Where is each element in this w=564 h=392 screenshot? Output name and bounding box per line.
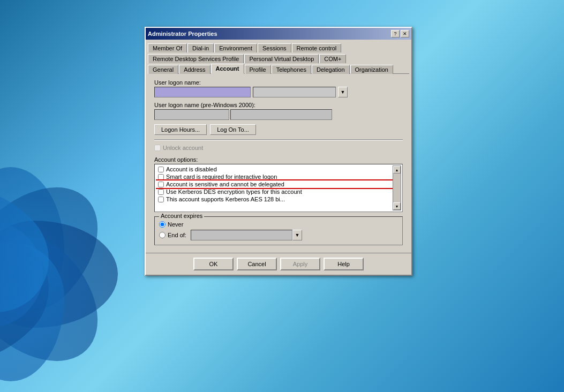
divider-1 [154, 139, 403, 140]
tab-environment[interactable]: Environment [214, 43, 257, 52]
options-scrollbar: ▲ ▼ [393, 165, 401, 210]
tab-remote-control[interactable]: Remote control [292, 43, 342, 52]
option-smartcard-label: Smart card is required for interactive l… [166, 174, 277, 180]
scroll-up-btn[interactable]: ▲ [393, 166, 401, 174]
bottom-button-bar: OK Cancel Apply Help [146, 253, 411, 275]
option-kerberos-des-row: Use Kerberos DES encryption types for th… [156, 188, 393, 195]
title-bar-controls: ? ✕ [391, 30, 409, 37]
account-expires-label: Account expires [159, 213, 204, 219]
title-bar: Administrator Properties ? ✕ [146, 28, 411, 40]
dialog-title: Administrator Properties [148, 31, 217, 37]
end-of-date-input[interactable] [191, 230, 292, 240]
tab-content-account: User logon name: ▼ User logon name (pre-… [148, 73, 409, 251]
tab-address[interactable]: Address [179, 65, 210, 74]
account-options-label: Account options: [154, 156, 403, 163]
tab-row-1: Member Of Dial-in Environment Sessions R… [148, 42, 409, 52]
never-radio[interactable] [159, 221, 166, 228]
user-logon-input[interactable] [154, 87, 251, 97]
account-options-group: Account options: Account is disabled Sma… [154, 156, 403, 212]
tab-general[interactable]: General [148, 65, 178, 74]
option-sensitive-row: Account is sensitive and cannot be deleg… [156, 180, 393, 188]
unlock-account-label: Unlock account [163, 145, 203, 151]
logon-suffix-dropdown-btn[interactable]: ▼ [338, 87, 348, 97]
ok-button[interactable]: OK [193, 258, 234, 270]
end-of-label: End of: [168, 232, 186, 238]
tab-com[interactable]: COM+ [319, 54, 346, 63]
tab-dial-in[interactable]: Dial-in [187, 43, 214, 52]
option-sensitive-label: Account is sensitive and cannot be deleg… [166, 181, 284, 187]
unlock-account-row: Unlock account [154, 145, 403, 151]
scroll-down-btn[interactable]: ▼ [393, 202, 401, 210]
option-smartcard-row: Smart card is required for interactive l… [156, 173, 393, 180]
account-expires-group: Account expires Never End of: ▼ [154, 216, 403, 245]
logon-suffix-select[interactable] [253, 87, 336, 97]
tab-row-3: General Address Account Profile Telephon… [148, 63, 409, 73]
tab-profile[interactable]: Profile [245, 65, 271, 74]
user-logon-label: User logon name: [154, 79, 403, 86]
tab-personal-virtual[interactable]: Personal Virtual Desktop [244, 54, 319, 63]
tab-telephones[interactable]: Telephones [272, 65, 311, 74]
help-button[interactable]: ? [391, 30, 400, 37]
option-kerberos-aes-row: This account supports Kerberos AES 128 b… [156, 195, 393, 203]
option-disabled-checkbox[interactable] [158, 167, 164, 172]
tab-delegation[interactable]: Delegation [312, 65, 350, 74]
properties-dialog: Administrator Properties ? ✕ Member Of D… [145, 27, 412, 276]
end-of-radio[interactable] [159, 232, 166, 238]
option-kerberos-des-checkbox[interactable] [158, 189, 164, 195]
help-dialog-button[interactable]: Help [324, 258, 364, 270]
option-smartcard-checkbox[interactable] [158, 174, 164, 180]
tab-row-2: Remote Desktop Services Profile Personal… [148, 52, 409, 63]
option-disabled-label: Account is disabled [166, 166, 217, 172]
user-logon-pre2000-inputs [154, 109, 403, 120]
end-of-date-dropdown[interactable]: ▼ [292, 230, 302, 240]
never-label: Never [168, 221, 183, 228]
tab-remote-desktop[interactable]: Remote Desktop Services Profile [148, 54, 244, 63]
option-kerberos-aes-checkbox[interactable] [158, 197, 164, 202]
tab-sessions[interactable]: Sessions [258, 43, 291, 52]
user-logon-pre2000-group: User logon name (pre-Windows 2000): [154, 102, 403, 120]
option-sensitive-checkbox[interactable] [158, 182, 164, 187]
option-kerberos-des-label: Use Kerberos DES encryption types for th… [166, 189, 302, 195]
account-options-box: Account is disabled Smart card is requir… [154, 164, 403, 212]
cancel-button[interactable]: Cancel [237, 258, 277, 270]
apply-button[interactable]: Apply [280, 258, 320, 270]
pre2000-name-input[interactable] [230, 109, 332, 120]
option-kerberos-aes-label: This account supports Kerberos AES 128 b… [166, 196, 285, 202]
logon-hours-button[interactable]: Logon Hours... [154, 124, 207, 135]
unlock-account-checkbox[interactable] [154, 145, 161, 151]
tab-account[interactable]: Account [211, 64, 244, 74]
option-disabled-row: Account is disabled [156, 165, 393, 173]
user-logon-inputs: ▼ [154, 87, 403, 97]
desktop: Administrator Properties ? ✕ Member Of D… [0, 0, 564, 392]
pre2000-prefix-input[interactable] [154, 109, 229, 120]
account-options-list: Account is disabled Smart card is requir… [156, 165, 393, 210]
tab-member-of[interactable]: Member Of [148, 43, 187, 52]
never-radio-row: Never [159, 221, 398, 228]
scroll-track[interactable] [393, 174, 401, 202]
end-of-radio-row: End of: ▼ [159, 230, 398, 240]
tabs-container: Member Of Dial-in Environment Sessions R… [146, 40, 411, 73]
close-button[interactable]: ✕ [401, 30, 409, 37]
user-logon-pre2000-label: User logon name (pre-Windows 2000): [154, 102, 403, 108]
logon-buttons-row: Logon Hours... Log On To... [154, 124, 403, 135]
log-on-to-button[interactable]: Log On To... [210, 124, 256, 135]
user-logon-group: User logon name: ▼ [154, 79, 403, 97]
tab-organization[interactable]: Organization [350, 65, 393, 74]
